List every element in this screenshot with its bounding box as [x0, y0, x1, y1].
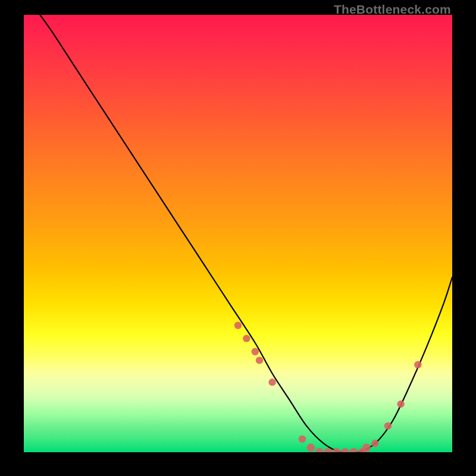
highlight-marker: [315, 448, 324, 452]
highlight-markers: [234, 322, 422, 452]
chart-svg: [24, 15, 452, 452]
highlight-marker: [299, 436, 306, 443]
highlight-marker: [252, 348, 259, 355]
highlight-marker: [397, 400, 404, 408]
highlight-marker: [256, 356, 263, 364]
highlight-marker: [362, 444, 371, 452]
highlight-marker: [371, 440, 378, 447]
highlight-marker: [414, 361, 421, 368]
bottleneck-curve-line: [24, 15, 452, 452]
highlight-marker: [268, 378, 275, 386]
highlight-marker: [306, 444, 315, 452]
highlight-marker: [341, 448, 349, 452]
highlight-marker: [349, 448, 358, 452]
highlight-marker: [243, 335, 250, 342]
chart-plot-area: [24, 15, 452, 452]
highlight-marker: [333, 448, 341, 452]
highlight-marker: [384, 422, 392, 430]
highlight-marker: [234, 322, 242, 329]
